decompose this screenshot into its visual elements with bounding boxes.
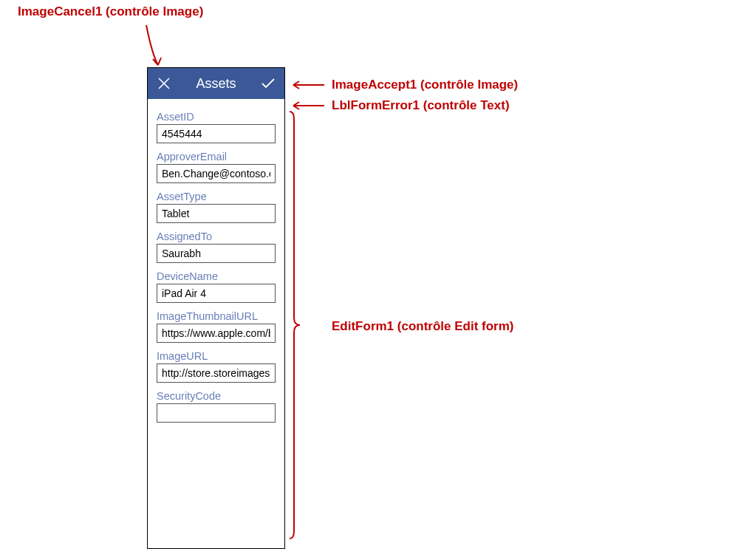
field-label: AssetID	[157, 111, 276, 123]
field-label: ApproverEmail	[157, 151, 276, 163]
field-assettype: AssetType	[157, 191, 276, 223]
arrow-to-accept-icon	[289, 79, 326, 91]
field-label: AssetType	[157, 191, 276, 202]
annotation-image-accept: ImageAccept1 (contrôle Image)	[332, 78, 518, 92]
field-imagethumbnailurl: ImageThumbnailURL	[157, 310, 276, 343]
field-label: ImageThumbnailURL	[157, 310, 276, 322]
devicename-input[interactable]	[157, 284, 276, 303]
annotation-image-cancel: ImageCancel1 (contrôle Image)	[18, 4, 203, 19]
assettype-input[interactable]	[157, 204, 276, 223]
field-label: DeviceName	[157, 270, 276, 282]
page-title: Assets	[196, 76, 236, 92]
imageurl-input[interactable]	[157, 363, 276, 383]
assetid-input[interactable]	[157, 124, 276, 143]
securitycode-input[interactable]	[157, 403, 276, 423]
field-label: AssignedTo	[157, 231, 276, 242]
field-assetid: AssetID	[157, 111, 276, 143]
annotation-lbl-form-error: LblFormError1 (contrôle Text)	[332, 98, 510, 113]
cancel-icon[interactable]	[155, 75, 173, 92]
field-label: ImageURL	[157, 350, 276, 362]
app-screen: Assets AssetID ApproverEmail AssetType A…	[147, 67, 285, 549]
field-devicename: DeviceName	[157, 270, 276, 303]
form-error-label	[148, 99, 284, 108]
accept-icon[interactable]	[259, 75, 277, 92]
titlebar: Assets	[148, 68, 284, 99]
field-assignedto: AssignedTo	[157, 231, 276, 263]
assignedto-input[interactable]	[157, 244, 276, 263]
field-approveremail: ApproverEmail	[157, 151, 276, 183]
field-imageurl: ImageURL	[157, 350, 276, 383]
editform-brace	[288, 110, 300, 540]
edit-form: AssetID ApproverEmail AssetType Assigned…	[148, 108, 284, 423]
field-label: SecurityCode	[157, 390, 276, 402]
annotation-edit-form: EditForm1 (contrôle Edit form)	[332, 319, 514, 334]
approveremail-input[interactable]	[157, 164, 276, 183]
field-securitycode: SecurityCode	[157, 390, 276, 423]
imagethumbnailurl-input[interactable]	[157, 324, 276, 343]
